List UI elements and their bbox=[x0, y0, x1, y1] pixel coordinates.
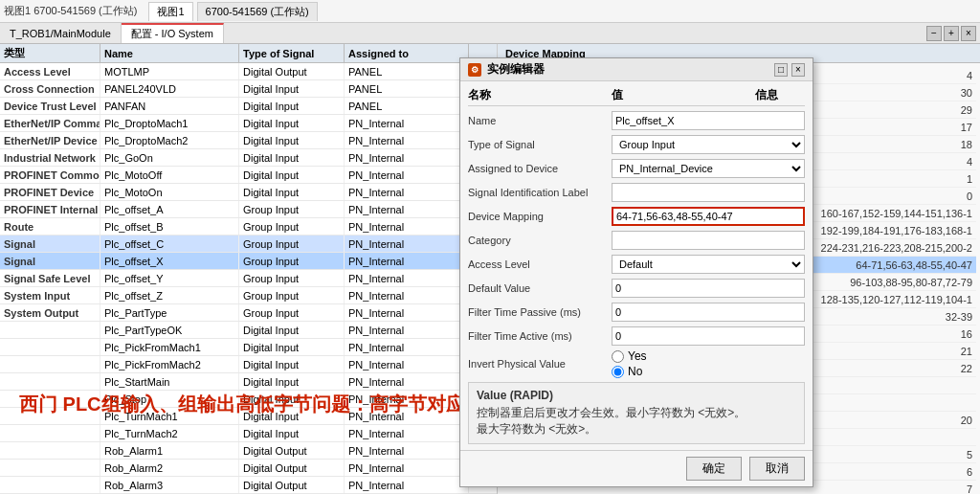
dialog-col-header: 名称 值 信息 bbox=[468, 87, 805, 106]
instance-editor-dialog[interactable]: ⚙ 实例编辑器 □ × 名称 值 信息 Name Typ bbox=[459, 57, 813, 487]
table-row[interactable]: Plc_PickFromMach2 Digital Input PN_Inter… bbox=[0, 356, 497, 373]
table-row[interactable]: EtherNet/IP Command Plc_DroptoMach1 Digi… bbox=[0, 115, 497, 132]
cell-assigned: PN_Internal bbox=[345, 184, 469, 200]
table-row[interactable]: Rob_Alarm2 Digital Output PN_Internal bbox=[0, 460, 497, 477]
table-row[interactable]: Rob_Alarm1 Digital Output PN_Internal bbox=[0, 442, 497, 460]
cancel-button[interactable]: 取消 bbox=[749, 457, 805, 481]
field-device-mapping-value bbox=[612, 207, 805, 226]
radio-yes-input[interactable] bbox=[612, 350, 624, 363]
table-row[interactable]: PROFINET Common Data Plc_MotoOff Digital… bbox=[0, 167, 497, 184]
cell-type: Cross Connection bbox=[0, 80, 100, 97]
dialog-app-icon: ⚙ bbox=[468, 63, 481, 77]
radio-yes[interactable]: Yes bbox=[612, 349, 805, 363]
cell-name: Plc_DroptoMach2 bbox=[100, 132, 239, 148]
radio-no[interactable]: No bbox=[612, 365, 805, 378]
table-row[interactable]: PROFINET Device Plc_MotoOn Digital Input… bbox=[0, 184, 497, 201]
table-row[interactable]: Signal Safe Level Plc_offset_Y Group Inp… bbox=[0, 270, 497, 287]
table-row[interactable]: Signal Plc_offset_C Group Input PN_Inter… bbox=[0, 236, 497, 253]
close-btn[interactable]: × bbox=[961, 26, 976, 41]
field-default-value: Default Value bbox=[468, 278, 805, 299]
cell-name: Plc_DroptoMach1 bbox=[100, 115, 239, 131]
cell-assigned: PN_Internal bbox=[345, 132, 469, 148]
dialog-info-box: Value (RAPID) 控制器重启后更改才会生效。最小字符数为 <无效>。最… bbox=[468, 382, 805, 444]
cell-assigned: PANEL bbox=[345, 63, 469, 79]
cell-signal: Digital Output bbox=[239, 460, 345, 476]
cell-assigned: PN_Internal bbox=[345, 167, 469, 183]
table-row[interactable]: Access Level MOTLMP Digital Output PANEL bbox=[0, 63, 497, 80]
table-row[interactable]: Plc_PickFromMach1 Digital Input PN_Inter… bbox=[0, 339, 497, 356]
device-mapping-input[interactable] bbox=[612, 207, 805, 226]
field-invert-label: Invert Physical Value bbox=[468, 358, 612, 370]
nav-tab-2[interactable]: 配置 - I/O System bbox=[122, 23, 224, 43]
cell-type bbox=[0, 373, 100, 390]
radio-no-label: No bbox=[628, 365, 642, 378]
annotation-text: 西门 PLC组输入、组输出高低字节问题：高字节对应低字节 bbox=[19, 392, 523, 417]
table-row[interactable]: Route Plc_offset_B Group Input PN_Intern… bbox=[0, 218, 497, 236]
table-row[interactable]: Rob_Alarm3 Digital Output PN_Internal bbox=[0, 477, 497, 494]
table-row[interactable]: Plc_PartTypeOK Digital Input PN_Internal bbox=[0, 322, 497, 339]
field-signal-id-value bbox=[612, 183, 805, 202]
table-row[interactable]: PROFINET Internal Device Plc_offset_A Gr… bbox=[0, 201, 497, 218]
cell-type: Signal bbox=[0, 253, 100, 269]
dialog-minimize-btn[interactable]: □ bbox=[774, 63, 788, 77]
cell-name: PANFAN bbox=[100, 98, 239, 114]
cell-signal: Digital Input bbox=[239, 115, 345, 131]
cell-type: PROFINET Internal Device bbox=[0, 201, 100, 217]
cell-name: Plc_PartType bbox=[100, 304, 239, 321]
type-signal-select[interactable]: Group Input Group Output Digital Input D… bbox=[612, 135, 805, 154]
cell-type bbox=[0, 339, 100, 355]
nav-tab-row: T_ROB1/MainModule 配置 - I/O System − + × bbox=[0, 23, 980, 44]
cell-assigned: PN_Internal bbox=[345, 322, 469, 338]
dialog-close-btn[interactable]: × bbox=[791, 63, 805, 77]
table-row[interactable]: Signal Plc_offset_X Group Input PN_Inter… bbox=[0, 253, 497, 270]
minus-btn[interactable]: − bbox=[926, 26, 942, 41]
field-device-mapping: Device Mapping bbox=[468, 206, 805, 227]
table-row[interactable]: Plc_StartMain Digital Input PN_Internal bbox=[0, 373, 497, 391]
assigned-device-select[interactable]: PN_Internal_Device bbox=[612, 159, 805, 178]
table-row[interactable]: EtherNet/IP Device Plc_DroptoMach2 Digit… bbox=[0, 132, 497, 149]
cell-signal: Digital Input bbox=[239, 356, 345, 372]
col-header-name: Name bbox=[100, 44, 239, 62]
ok-button[interactable]: 确定 bbox=[686, 457, 742, 481]
top-tab-1[interactable]: 视图1 bbox=[148, 2, 192, 21]
cell-type bbox=[0, 356, 100, 372]
field-access-level: Access Level Default ReadOnly bbox=[468, 254, 805, 275]
field-default-value-label: Default Value bbox=[468, 282, 612, 294]
cell-type: EtherNet/IP Command bbox=[0, 115, 100, 131]
top-tab-2[interactable]: 6700-541569 (工作站) bbox=[197, 2, 318, 21]
access-level-select[interactable]: Default ReadOnly bbox=[612, 255, 805, 274]
window-bar: 视图1 6700-541569 (工作站) 视图1 6700-541569 (工… bbox=[0, 0, 980, 23]
cell-assigned: PN_Internal bbox=[345, 115, 469, 131]
plus-btn[interactable]: + bbox=[944, 26, 959, 41]
cell-assigned: PN_Internal bbox=[345, 460, 469, 476]
filter-passive-input[interactable] bbox=[612, 303, 805, 322]
col-label-value: 值 bbox=[612, 87, 755, 103]
field-filter-active-label: Filter Time Active (ms) bbox=[468, 330, 612, 342]
table-row[interactable]: Industrial Network Plc_GoOn Digital Inpu… bbox=[0, 149, 497, 167]
cell-signal: Digital Input bbox=[239, 132, 345, 148]
table-row[interactable]: System Input Plc_offset_Z Group Input PN… bbox=[0, 287, 497, 304]
table-row[interactable]: Cross Connection PANEL240VLD Digital Inp… bbox=[0, 80, 497, 98]
cell-assigned: PN_Internal bbox=[345, 201, 469, 217]
cell-assigned: PN_Internal bbox=[345, 253, 469, 269]
cell-name: Plc_offset_Y bbox=[100, 270, 239, 286]
table-row[interactable]: Device Trust Level PANFAN Digital Input … bbox=[0, 98, 497, 115]
name-input[interactable] bbox=[612, 111, 805, 130]
cell-type: EtherNet/IP Device bbox=[0, 132, 100, 148]
table-row[interactable]: System Output Plc_PartType Group Input P… bbox=[0, 304, 497, 322]
cell-assigned: PN_Internal bbox=[345, 339, 469, 355]
nav-tab-1[interactable]: T_ROB1/MainModule bbox=[0, 23, 122, 43]
signal-id-input[interactable] bbox=[612, 183, 805, 202]
filter-active-input[interactable] bbox=[612, 326, 805, 346]
category-input[interactable] bbox=[612, 231, 805, 250]
field-type-signal-label: Type of Signal bbox=[468, 139, 612, 150]
cell-signal: Digital Input bbox=[239, 184, 345, 200]
table-row[interactable]: Plc_TurnMach2 Digital Input PN_Internal bbox=[0, 425, 497, 442]
field-signal-id-label: Signal Identification Label bbox=[468, 187, 612, 198]
cell-name: Plc_StartMain bbox=[100, 373, 239, 390]
cell-assigned: PN_Internal bbox=[345, 287, 469, 303]
default-value-input[interactable] bbox=[612, 279, 805, 298]
field-type-signal: Type of Signal Group Input Group Output … bbox=[468, 134, 805, 155]
radio-no-input[interactable] bbox=[612, 366, 624, 378]
dialog-window-controls: □ × bbox=[774, 63, 805, 77]
